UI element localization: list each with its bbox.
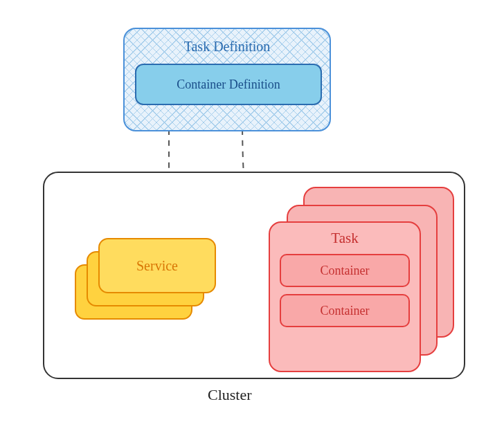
container-box-2: Container (280, 294, 410, 327)
container-label-1: Container (321, 264, 370, 278)
task-definition-box: Task Definition Container Definition (123, 28, 331, 131)
ecs-architecture-diagram: Task Definition Container Definition Clu… (0, 0, 504, 422)
task-definition-title: Task Definition (125, 39, 330, 55)
service-stack: Service (75, 238, 213, 328)
container-definition-label: Container Definition (177, 77, 280, 92)
cluster-label: Cluster (208, 386, 252, 404)
container-definition-box: Container Definition (135, 64, 322, 105)
service-card-front: Service (98, 238, 216, 293)
task-stack: Task Container Container (269, 187, 469, 367)
task-card-front: Task Container Container (269, 221, 421, 372)
container-box-1: Container (280, 254, 410, 287)
container-label-2: Container (321, 304, 370, 318)
task-title: Task (270, 230, 420, 247)
service-label: Service (136, 258, 178, 274)
